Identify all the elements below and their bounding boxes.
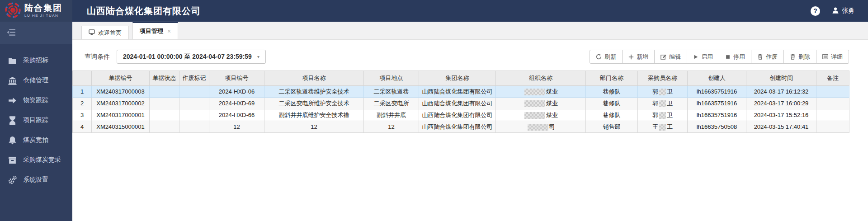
- cell-proj_name: 二采区轨道巷维护安全技术: [264, 86, 364, 98]
- redacted-text: [524, 112, 545, 119]
- cell-org: 煤业: [496, 109, 586, 121]
- user-icon: [832, 7, 839, 15]
- sidebar-item-label: 采购招标: [23, 56, 48, 65]
- logo-title: 陆合集团: [24, 4, 62, 13]
- cell-void_flag: [179, 98, 209, 109]
- sidebar-item-material-tracking[interactable]: 物资跟踪: [0, 90, 72, 110]
- void-button[interactable]: 作废: [751, 50, 784, 64]
- button-label: 删除: [798, 53, 810, 61]
- sidebar: 采购招标仓储管理物资跟踪项目跟踪煤炭竞拍采购煤炭竞采系统设置: [0, 22, 72, 221]
- tab-welcome[interactable]: 欢迎首页: [81, 26, 129, 39]
- sidebar-item-warehouse-management[interactable]: 仓储管理: [0, 71, 72, 90]
- tab-project-management[interactable]: 项目管理 ×: [132, 22, 178, 39]
- refresh-button[interactable]: 刷新: [590, 50, 623, 64]
- sidebar-item-coal-auction[interactable]: 煤炭竞拍: [0, 130, 72, 150]
- column-header: 备注: [816, 71, 849, 86]
- cell-dept: 巷修队: [586, 109, 638, 121]
- disable-button[interactable]: 停用: [719, 50, 751, 64]
- page-title: 山西陆合煤化集团有限公司: [87, 5, 811, 17]
- cell-dept: 巷修队: [586, 86, 638, 98]
- table-row[interactable]: 3XM2403170000012024-HXD-66副斜井井底维护安全技术措副斜…: [73, 109, 849, 121]
- column-header: 作废标记: [179, 71, 209, 86]
- cell-num: 3: [73, 109, 92, 121]
- cell-doc_no: XM240317000003: [92, 86, 150, 98]
- sidebar-item-procurement-bidding[interactable]: 采购招标: [0, 51, 72, 71]
- date-range-dropdown[interactable]: 2024-01-01 00:00:00 至 2024-04-07 23:59:5…: [117, 50, 266, 64]
- chevron-down-icon: ▾: [257, 54, 259, 59]
- redacted-text: [659, 124, 666, 131]
- button-label: 刷新: [604, 53, 616, 61]
- cell-group_name: 山西陆合煤化集团有限公司: [419, 98, 496, 109]
- query-label: 查询条件: [85, 53, 110, 61]
- arrow-right-icon: [8, 97, 17, 104]
- table-header-row: 单据编号单据状态作废标记项目编号项目名称项目地点集团名称组织名称部门名称采购员名…: [73, 71, 849, 86]
- trash-icon: [757, 54, 763, 60]
- app-logo: 陆合集团 LU HE JI TUAN: [0, 0, 72, 22]
- help-icon[interactable]: ?: [811, 6, 820, 16]
- sidebar-item-coal-purchase-bidding[interactable]: 采购煤炭竞采: [0, 150, 72, 170]
- redacted-text: [659, 112, 666, 119]
- cell-proj_no: 12: [209, 121, 264, 133]
- cell-doc_no: XM240317000002: [92, 98, 150, 109]
- main-area: 欢迎首页 项目管理 × 查询条件 2024-01-01 00:00:00 至 2…: [72, 22, 868, 221]
- add-button[interactable]: 新增: [622, 50, 655, 64]
- cell-buyer: 郭卫: [638, 109, 688, 121]
- sidebar-collapse-button[interactable]: [0, 22, 72, 44]
- cell-proj_loc: 副斜井井底: [364, 109, 419, 121]
- sidebar-item-system-settings[interactable]: 系统设置: [0, 170, 72, 190]
- cell-proj_name: 12: [264, 121, 364, 133]
- cell-doc_status: [150, 121, 179, 133]
- table-row[interactable]: 4XM240315000001121212山西陆合煤化集团有限公司司销售部王工l…: [73, 121, 849, 133]
- tab-label: 欢迎首页: [98, 29, 122, 37]
- refresh-icon: [596, 54, 602, 60]
- play-icon: [693, 54, 698, 60]
- cell-doc_no: XM240315000001: [92, 121, 150, 133]
- user-name: 张勇: [842, 7, 854, 15]
- cell-created: 2024-03-15 17:40:41: [746, 121, 816, 133]
- cell-creator: lh16635751916: [688, 86, 746, 98]
- cell-buyer: 郭卫: [638, 98, 688, 109]
- redacted-text: [528, 124, 548, 131]
- delete-button[interactable]: 删除: [783, 50, 816, 64]
- cell-dept: 销售部: [586, 121, 638, 133]
- sidebar-item-project-tracking[interactable]: 项目跟踪: [0, 110, 72, 130]
- sidebar-item-label: 煤炭竞拍: [23, 136, 48, 144]
- cell-num: 4: [73, 121, 92, 133]
- tab-close-icon[interactable]: ×: [167, 28, 171, 35]
- column-header: 集团名称: [419, 71, 496, 86]
- table-row[interactable]: 2XM2403170000022024-HXD-69二采区变电所维护安全技术二采…: [73, 98, 849, 109]
- sidebar-item-label: 仓储管理: [23, 76, 48, 85]
- cell-proj_no: 2024-HXD-66: [209, 109, 264, 121]
- cell-void_flag: [179, 86, 209, 98]
- detail-button[interactable]: 详细: [816, 50, 849, 64]
- cell-doc_status: [150, 109, 179, 121]
- top-bar: 陆合集团 LU HE JI TUAN 山西陆合煤化集团有限公司 ? 张勇: [0, 0, 868, 22]
- button-label: 编辑: [669, 53, 681, 61]
- redacted-text: [659, 89, 666, 95]
- enable-button[interactable]: 启用: [687, 50, 719, 64]
- cell-remark: [816, 86, 849, 98]
- cell-void_flag: [179, 109, 209, 121]
- button-label: 启用: [701, 53, 713, 61]
- column-header: 项目编号: [209, 71, 264, 86]
- edit-button[interactable]: 编辑: [654, 50, 687, 64]
- sidebar-nav: 采购招标仓储管理物资跟踪项目跟踪煤炭竞拍采购煤炭竞采系统设置: [0, 44, 72, 190]
- date-range-value: 2024-01-01 00:00:00 至 2024-04-07 23:59:5…: [123, 53, 252, 61]
- cell-proj_loc: 二采区变电所: [364, 98, 419, 109]
- sidebar-item-label: 物资跟踪: [23, 96, 48, 104]
- cell-buyer: 王工: [638, 121, 688, 133]
- cell-proj_no: 2024-HXD-69: [209, 98, 264, 109]
- folder-icon: [8, 57, 17, 65]
- table-row[interactable]: 1XM2403170000032024-HXD-06二采区轨道巷维护安全技术二采…: [73, 86, 849, 98]
- cell-proj_name: 二采区变电所维护安全技术: [264, 98, 364, 109]
- toolbar: 刷新新增编辑启用停用作废删除详细: [590, 50, 849, 64]
- user-menu[interactable]: 张勇: [832, 7, 854, 15]
- cell-org: 煤业: [496, 86, 586, 98]
- column-header: 项目地点: [364, 71, 419, 86]
- column-header: 部门名称: [586, 71, 638, 86]
- cell-dept: 巷修队: [586, 98, 638, 109]
- cell-group_name: 山西陆合煤化集团有限公司: [419, 121, 496, 133]
- sidebar-item-label: 系统设置: [23, 176, 48, 184]
- monitor-icon: [89, 29, 95, 37]
- column-header: 单据编号: [92, 71, 150, 86]
